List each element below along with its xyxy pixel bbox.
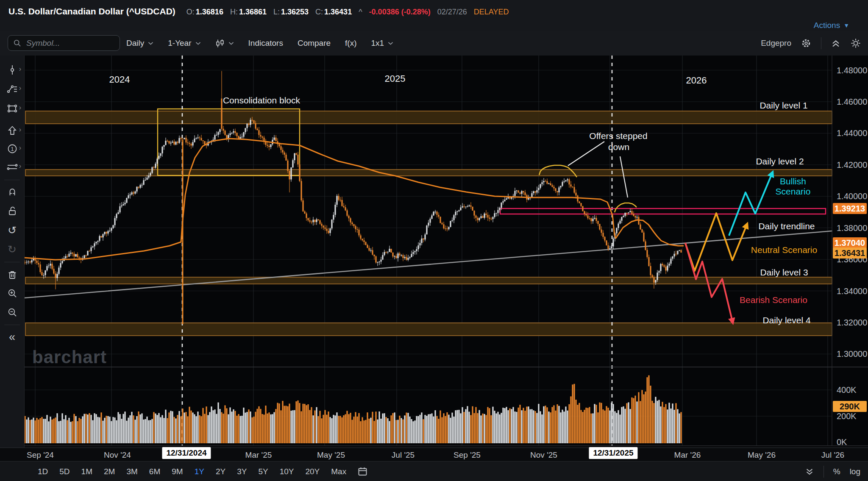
- annotation-text: 2026: [686, 75, 707, 86]
- redo-icon[interactable]: ↻: [3, 242, 21, 256]
- range-2y[interactable]: 2Y: [214, 466, 227, 477]
- svg-text:1.38000: 1.38000: [837, 223, 867, 233]
- range-3y[interactable]: 3Y: [236, 466, 248, 477]
- symbol-search[interactable]: [8, 35, 120, 51]
- annotation-text: Scenario: [776, 186, 811, 196]
- unlock-drawings-icon[interactable]: [3, 204, 21, 218]
- zoom-out-icon[interactable]: [3, 305, 21, 320]
- page-title: U.S. Dollar/Canadian Dollar (^USDCAD): [8, 6, 175, 17]
- menu-daily[interactable]: Daily: [126, 39, 153, 48]
- annotation-text: Daily trendline: [758, 221, 815, 231]
- svg-text:1.42000: 1.42000: [837, 160, 867, 170]
- flyout-chevron-icon: ›: [19, 163, 21, 170]
- svg-text:1.34000: 1.34000: [837, 286, 867, 296]
- symbol-header: U.S. Dollar/Canadian Dollar (^USDCAD) O:…: [8, 6, 509, 17]
- date-tick-label: Mar '26: [674, 450, 701, 460]
- platform-label: Edgepro: [761, 39, 791, 48]
- search-input[interactable]: [25, 38, 114, 48]
- header-bar: U.S. Dollar/Canadian Dollar (^USDCAD) O:…: [0, 0, 868, 31]
- menu-label: 1x1: [371, 39, 384, 48]
- svg-text:290K: 290K: [840, 402, 860, 411]
- range-9m[interactable]: 9M: [170, 466, 184, 477]
- annotation-text: Daily level 1: [760, 100, 807, 110]
- svg-text:400K: 400K: [837, 385, 857, 395]
- flyout-chevron-icon: ›: [19, 145, 21, 151]
- svg-text:1.32000: 1.32000: [837, 318, 867, 327]
- calendar-icon[interactable]: [358, 467, 367, 476]
- menu-indicators[interactable]: Indicators: [248, 39, 283, 48]
- range-1m[interactable]: 1M: [80, 466, 94, 477]
- search-icon: [13, 39, 22, 47]
- annotation-text: 2024: [109, 74, 130, 85]
- svg-text:1.48000: 1.48000: [837, 66, 867, 75]
- range-5y[interactable]: 5Y: [257, 466, 269, 477]
- undo-icon[interactable]: ↺: [3, 223, 21, 237]
- drawing-rail: ››››1››↺↻«: [0, 56, 25, 448]
- zoom-in-icon[interactable]: [3, 286, 21, 300]
- shapes-tool-icon[interactable]: ›: [3, 101, 21, 116]
- scale-log[interactable]: log: [850, 467, 860, 476]
- ohlc-item: H:1.36861: [230, 8, 267, 17]
- range-1d[interactable]: 1D: [36, 466, 49, 477]
- menu-bar-type[interactable]: [215, 39, 234, 48]
- menu-f-x-[interactable]: f(x): [345, 39, 356, 48]
- range-3m[interactable]: 3M: [125, 466, 139, 477]
- rail-separator: [4, 180, 20, 180]
- annotation-text: Offers stepped: [589, 131, 647, 141]
- delete-drawings-icon[interactable]: [3, 267, 21, 282]
- date-axis[interactable]: Sep '24Nov '24Mar '25May '25Jul '25Sep '…: [0, 448, 868, 462]
- rail-separator: [4, 262, 20, 262]
- horizontal-lines-tool-icon[interactable]: ›: [3, 160, 21, 174]
- annotation-text: Daily level 2: [756, 156, 804, 166]
- date-tick-label: Jul '26: [821, 450, 844, 460]
- chart-canvas[interactable]: barchart1.480001.460001.440001.420001.40…: [0, 56, 868, 448]
- range-max[interactable]: Max: [330, 466, 348, 477]
- svg-text:1.39213: 1.39213: [835, 204, 865, 213]
- arrow-tool-icon[interactable]: ›: [3, 123, 21, 138]
- cursor-tool-icon[interactable]: ›: [3, 63, 21, 77]
- actions-menu[interactable]: Actions ▼: [814, 21, 849, 30]
- range-6m[interactable]: 6M: [148, 466, 161, 477]
- range-5d[interactable]: 5D: [58, 466, 71, 477]
- settings-gear-icon[interactable]: [801, 38, 812, 49]
- range-1y[interactable]: 1Y: [193, 466, 206, 477]
- theme-sun-icon[interactable]: [850, 38, 861, 49]
- collapse-toolbar-icon[interactable]: «: [3, 330, 21, 344]
- range-20y[interactable]: 20Y: [304, 466, 321, 477]
- svg-text:1.37040: 1.37040: [835, 238, 865, 247]
- svg-text:1: 1: [11, 146, 14, 152]
- toolbar-right: Edgepro: [761, 31, 861, 56]
- session-date: 02/27/26: [437, 8, 467, 17]
- annotation-text: down: [608, 142, 629, 152]
- range-2m[interactable]: 2M: [103, 466, 116, 477]
- menu-1-year[interactable]: 1-Year: [168, 39, 200, 48]
- collapse-down-icon[interactable]: [805, 467, 814, 476]
- flyout-chevron-icon: ›: [19, 126, 21, 133]
- candlestick-chart-icon: [215, 39, 225, 48]
- scale-percent[interactable]: %: [833, 467, 840, 476]
- change-caret: ^: [359, 8, 362, 17]
- ohlc-item: C:1.36431: [315, 8, 352, 17]
- date-tick-label: Sep '24: [27, 450, 54, 460]
- date-tick-label: Mar '25: [245, 450, 272, 460]
- toolbar-menus: Daily1-YearIndicatorsComparef(x)1x1: [126, 31, 393, 56]
- menu-1x1[interactable]: 1x1: [371, 39, 394, 48]
- flyout-chevron-icon: ›: [19, 104, 21, 111]
- magnet-mode-icon[interactable]: [3, 184, 21, 199]
- barchart-watermark: barchart: [32, 347, 107, 367]
- number-annotation-tool-icon[interactable]: 1›: [3, 142, 21, 156]
- svg-text:1.44000: 1.44000: [837, 128, 867, 138]
- menu-label: Daily: [126, 39, 144, 48]
- trendlines-tool-icon[interactable]: ›: [3, 82, 21, 96]
- flyout-chevron-icon: ›: [19, 66, 21, 72]
- chevron-down-icon: ▼: [843, 22, 849, 29]
- flyout-chevron-icon: ›: [19, 85, 21, 92]
- chart-toolbar: Daily1-YearIndicatorsComparef(x)1x1 Edge…: [0, 31, 868, 56]
- menu-label: 1-Year: [168, 39, 191, 48]
- ohlc-readout: O:1.36816H:1.36861L:1.36253C:1.36431^-0.…: [186, 8, 509, 17]
- rail-separator: [4, 325, 20, 325]
- collapse-up-icon[interactable]: [831, 38, 841, 48]
- menu-label: Compare: [298, 39, 331, 48]
- menu-compare[interactable]: Compare: [298, 39, 331, 48]
- range-10y[interactable]: 10Y: [278, 466, 295, 477]
